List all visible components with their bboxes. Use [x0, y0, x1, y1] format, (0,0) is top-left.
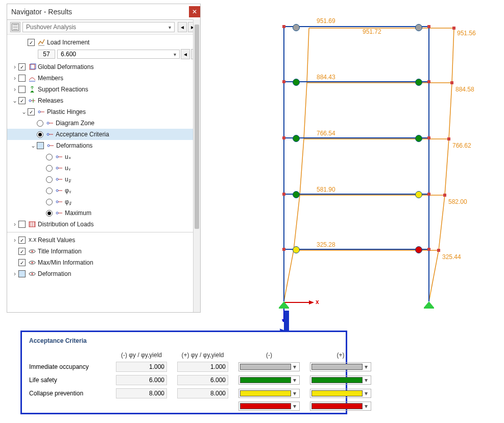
svg-line-23: [294, 195, 300, 250]
svg-line-27: [429, 250, 439, 301]
chevron-down-icon: ▾: [174, 52, 176, 57]
spin-down[interactable]: ▼: [160, 367, 166, 371]
color-neg-gray[interactable]: ▾: [238, 362, 300, 371]
radio[interactable]: [46, 176, 53, 183]
color-pos-red[interactable]: ▾: [310, 402, 371, 411]
result-values-node[interactable]: › ✓ x.xx Result Values: [7, 234, 200, 246]
expander-icon[interactable]: ⌄: [20, 108, 28, 115]
checkbox[interactable]: [18, 75, 26, 82]
color-neg-yellow[interactable]: ▾: [238, 389, 300, 398]
expander-icon[interactable]: ›: [11, 75, 18, 82]
color-pos-gray[interactable]: ▾: [310, 362, 371, 371]
load-step-field[interactable]: 57: [38, 50, 55, 59]
radio[interactable]: [46, 165, 53, 172]
ux-node[interactable]: uₓ: [7, 151, 200, 162]
hinge-icon: [55, 175, 64, 183]
io-neg-field[interactable]: 1.000▲▼: [116, 362, 167, 372]
title-info-node[interactable]: ✓ Title Information: [7, 246, 200, 257]
load-value: 6.600: [61, 51, 76, 58]
checkbox[interactable]: ✓: [18, 237, 26, 244]
navigator-title: Navigator - Results: [11, 8, 72, 16]
maxmin-info-node[interactable]: ✓ Max/Min Information: [7, 257, 200, 268]
color-neg-green[interactable]: ▾: [238, 375, 300, 385]
cp-pos-field[interactable]: 8.000▲▼: [177, 388, 228, 398]
ls-neg-field[interactable]: 6.000▲▼: [116, 375, 167, 385]
spin-up[interactable]: ▲: [221, 376, 227, 380]
spin-up[interactable]: ▲: [221, 389, 227, 393]
cp-neg-field[interactable]: 8.000▲▼: [116, 388, 167, 398]
radio[interactable]: [46, 199, 53, 205]
releases-node[interactable]: ⌄ ✓ Releases: [7, 95, 200, 106]
distribution-loads-node[interactable]: › Distribution of Loads: [7, 219, 200, 230]
radio[interactable]: [46, 187, 53, 194]
checkbox-load-increment[interactable]: ✓: [28, 39, 35, 46]
checkbox[interactable]: [18, 270, 26, 277]
spin-up[interactable]: ▲: [160, 389, 166, 393]
scrollbar-thumb[interactable]: [195, 25, 199, 229]
swatch-green: [240, 377, 291, 383]
close-button[interactable]: ✕: [189, 6, 200, 17]
phiy-node[interactable]: φᵧ: [7, 185, 200, 196]
color-pos-green[interactable]: ▾: [310, 375, 371, 385]
expander-icon[interactable]: ›: [11, 86, 18, 93]
node-dot: [282, 80, 285, 83]
svg-line-28: [439, 195, 445, 250]
spin-down[interactable]: ▼: [221, 380, 227, 384]
acceptance-criteria-node[interactable]: Acceptance Criteria: [7, 129, 200, 140]
expander-icon[interactable]: ›: [11, 237, 18, 244]
expander-icon[interactable]: ›: [11, 270, 18, 277]
plastic-hinges-node[interactable]: ⌄ ✓ Plastic Hinges: [7, 106, 200, 118]
radio[interactable]: [46, 210, 53, 217]
phiz-node[interactable]: φ𝓏: [7, 196, 200, 207]
diagram-zone-node[interactable]: Diagram Zone: [7, 118, 200, 129]
prev-analysis-button[interactable]: ◂: [178, 22, 187, 32]
prev-step-button[interactable]: ◂: [181, 49, 190, 59]
expander-icon[interactable]: ›: [11, 63, 18, 70]
support-reactions-node[interactable]: › Support Reactions: [7, 84, 200, 95]
load-increment-node[interactable]: ✓ Load Increment: [7, 37, 200, 48]
checkbox[interactable]: ✓: [18, 97, 26, 104]
node-dot: [427, 25, 430, 28]
expander-icon[interactable]: ›: [11, 221, 18, 228]
checkbox[interactable]: ✓: [28, 108, 35, 115]
eye-icon: [28, 258, 37, 267]
hinge-red: [415, 246, 422, 253]
analysis-type-combo[interactable]: Pushover Analysis ▾: [22, 22, 175, 32]
io-label: Immediate occupancy: [29, 363, 116, 370]
svg-point-17: [32, 251, 33, 252]
deformations-node[interactable]: ⌄ Deformations: [7, 140, 200, 151]
spin-up[interactable]: ▲: [160, 376, 166, 380]
uy-node[interactable]: uᵧ: [7, 162, 200, 174]
checkbox[interactable]: [18, 221, 26, 228]
radio[interactable]: [37, 131, 43, 138]
scrollbar[interactable]: [193, 19, 200, 312]
svg-point-3: [29, 100, 31, 102]
checkbox[interactable]: ✓: [18, 63, 26, 70]
spin-up[interactable]: ▲: [160, 363, 166, 367]
color-pos-yellow[interactable]: ▾: [310, 389, 371, 398]
io-pos-field[interactable]: 1.000▲▼: [177, 362, 228, 372]
global-deformations-node[interactable]: › ✓ Global Deformations: [7, 61, 200, 73]
radio[interactable]: [46, 154, 53, 160]
spin-down[interactable]: ▼: [160, 380, 166, 384]
analysis-icon[interactable]: [10, 22, 20, 32]
deformation-node[interactable]: › Deformation: [7, 268, 200, 279]
spin-down[interactable]: ▼: [221, 367, 227, 371]
spin-down[interactable]: ▼: [221, 393, 227, 397]
checkbox[interactable]: ✓: [18, 248, 26, 255]
checkbox[interactable]: ✓: [18, 259, 26, 266]
svg-marker-45: [309, 300, 314, 304]
color-neg-red[interactable]: ▾: [238, 402, 300, 411]
spin-down[interactable]: ▼: [160, 393, 166, 397]
members-node[interactable]: › Members: [7, 73, 200, 84]
radio[interactable]: [37, 120, 43, 127]
spin-up[interactable]: ▲: [221, 363, 227, 367]
load-value-combo[interactable]: 6.600 ▾: [57, 50, 180, 59]
ls-pos-field[interactable]: 6.000▲▼: [177, 375, 228, 385]
uz-node[interactable]: u𝓏: [7, 174, 200, 185]
expander-icon[interactable]: ⌄: [11, 97, 18, 104]
checkbox[interactable]: [18, 86, 26, 93]
checkbox[interactable]: [37, 142, 44, 149]
expander-icon[interactable]: ⌄: [30, 142, 37, 149]
maximum-node[interactable]: Maximum: [7, 207, 200, 219]
